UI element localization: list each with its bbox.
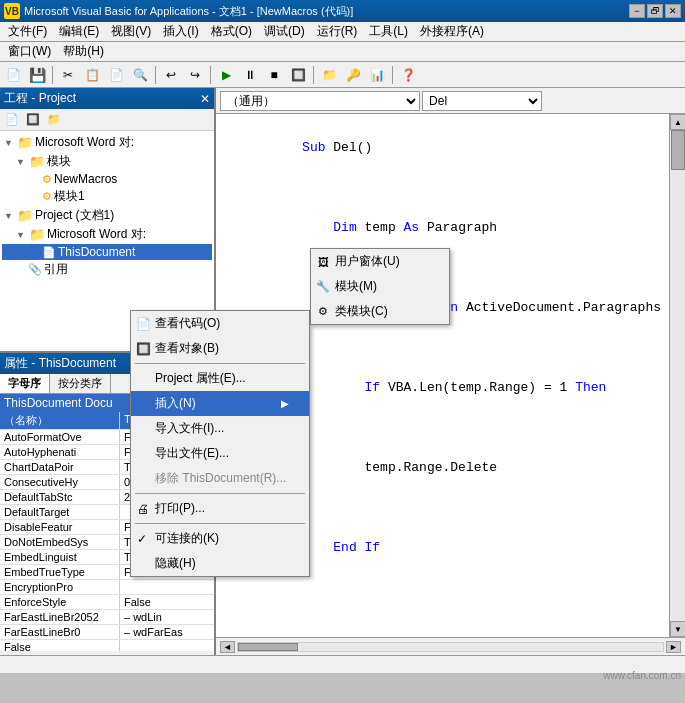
- toolbar-redo[interactable]: ↪: [184, 64, 206, 86]
- project-toolbar: 📄 🔲 📁: [0, 109, 214, 131]
- scrollbar-thumb[interactable]: [671, 130, 685, 170]
- code-status-bar: ◄ ►: [216, 637, 685, 655]
- toolbar-sep4: [313, 66, 314, 84]
- menu-debug[interactable]: 调试(D): [258, 21, 311, 42]
- restore-button[interactable]: 🗗: [647, 4, 663, 18]
- ctx-view-obj-label: 查看对象(B): [155, 340, 219, 357]
- menu-addins[interactable]: 外接程序(A): [414, 21, 490, 42]
- tree-item[interactable]: ▼ 📁 Microsoft Word 对:: [2, 133, 212, 152]
- submenu-module-label: 模块(M): [335, 278, 377, 295]
- tree-item[interactable]: ▼ 📁 模块: [2, 152, 212, 171]
- proc-dropdown[interactable]: Del: [422, 91, 542, 111]
- menu-file[interactable]: 文件(F): [2, 21, 53, 42]
- watermark: www.cfan.com.cn: [603, 670, 681, 681]
- ctx-import[interactable]: 导入文件(I)...: [131, 416, 309, 441]
- ctx-view-obj[interactable]: 🔲 查看对象(B): [131, 336, 309, 361]
- menu-edit[interactable]: 编辑(E): [53, 21, 105, 42]
- scroll-left[interactable]: ◄: [220, 641, 235, 653]
- h-scrollbar-thumb[interactable]: [238, 643, 298, 651]
- toolbar-stop[interactable]: ■: [263, 64, 285, 86]
- props-key: AutoFormatOve: [0, 430, 120, 444]
- minimize-button[interactable]: −: [629, 4, 645, 18]
- toolbar-project[interactable]: 📁: [318, 64, 340, 86]
- ctx-print[interactable]: 🖨 打印(P)...: [131, 496, 309, 521]
- title-bar-controls: − 🗗 ✕: [629, 4, 681, 18]
- props-key: EmbedTrueType: [0, 565, 120, 579]
- props-val: False: [120, 595, 214, 609]
- tree-item-msword[interactable]: ▼ 📁 Microsoft Word 对:: [2, 225, 212, 244]
- props-key: DefaultTarget: [0, 505, 120, 519]
- menu-insert[interactable]: 插入(I): [157, 21, 204, 42]
- project-view-code[interactable]: 📄: [2, 111, 22, 129]
- toolbar-undo[interactable]: ↩: [160, 64, 182, 86]
- tree-item-thisdocument[interactable]: 📄 ThisDocument: [2, 244, 212, 260]
- toolbar-obj-browse[interactable]: 📊: [366, 64, 388, 86]
- toolbar-help[interactable]: ❓: [397, 64, 419, 86]
- close-button[interactable]: ✕: [665, 4, 681, 18]
- code-scrollbar: ▲ ▼: [669, 114, 685, 637]
- props-row[interactable]: False: [0, 640, 214, 651]
- toolbar-sep2: [155, 66, 156, 84]
- title-bar-text: Microsoft Visual Basic for Applications …: [24, 4, 353, 19]
- h-scrollbar-track: [237, 642, 664, 652]
- title-bar-left: VB Microsoft Visual Basic for Applicatio…: [4, 3, 353, 19]
- menu-window[interactable]: 窗口(W): [2, 41, 57, 62]
- toolbar-paste[interactable]: 📄: [105, 64, 127, 86]
- menu-view[interactable]: 视图(V): [105, 21, 157, 42]
- context-dropdown[interactable]: （通用）: [220, 91, 420, 111]
- ctx-insert[interactable]: 插入(N) ▶: [131, 391, 309, 416]
- ctx-project-props[interactable]: Project 属性(E)...: [131, 366, 309, 391]
- submenu-module-icon: 🔧: [315, 279, 331, 295]
- toolbar-find[interactable]: 🔍: [129, 64, 151, 86]
- ctx-sep1: [135, 363, 305, 364]
- tree-item-newmacros[interactable]: ⚙ NewMacros: [2, 171, 212, 187]
- submenu: 🖼 用户窗体(U) 🔧 模块(M) ⚙ 类模块(C): [310, 248, 450, 325]
- project-close[interactable]: ✕: [200, 92, 210, 106]
- tree-item-project[interactable]: ▼ 📁 Project (文档1): [2, 206, 212, 225]
- toolbar-pause[interactable]: ⏸: [239, 64, 261, 86]
- props-key: ChartDataPoir: [0, 460, 120, 474]
- props-row[interactable]: FarEastLineBr2052 – wdLin: [0, 610, 214, 625]
- menu-run[interactable]: 运行(R): [311, 21, 364, 42]
- project-view-obj[interactable]: 🔲: [23, 111, 43, 129]
- props-val: – wdLin: [120, 610, 214, 624]
- props-key: EnforceStyle: [0, 595, 120, 609]
- toolbar-cut[interactable]: ✂: [57, 64, 79, 86]
- props-key: DisableFeatur: [0, 520, 120, 534]
- props-tab-alpha[interactable]: 字母序: [0, 374, 50, 393]
- submenu-classmodule[interactable]: ⚙ 类模块(C): [311, 299, 449, 324]
- props-tab-category[interactable]: 按分类序: [50, 374, 111, 393]
- project-header: 工程 - Project ✕: [0, 88, 214, 109]
- ctx-view-code[interactable]: 📄 查看代码(O): [131, 311, 309, 336]
- ctx-insert-arrow: ▶: [281, 398, 289, 409]
- toolbar-open[interactable]: 💾: [26, 64, 48, 86]
- ctx-dockable[interactable]: ✓ 可连接的(K): [131, 526, 309, 551]
- props-row[interactable]: FarEastLineBr0 – wdFarEas: [0, 625, 214, 640]
- toolbar-props[interactable]: 🔑: [342, 64, 364, 86]
- toolbar-copy[interactable]: 📋: [81, 64, 103, 86]
- menu-help[interactable]: 帮助(H): [57, 41, 110, 62]
- ctx-hide-label: 隐藏(H): [155, 555, 196, 572]
- props-row[interactable]: EncryptionPro: [0, 580, 214, 595]
- submenu-userform[interactable]: 🖼 用户窗体(U): [311, 249, 449, 274]
- scroll-right[interactable]: ►: [666, 641, 681, 653]
- tree-item-ref[interactable]: 📎 引用: [2, 260, 212, 279]
- scrollbar-track: [670, 130, 685, 621]
- props-val: [120, 580, 214, 594]
- menu-format[interactable]: 格式(O): [205, 21, 258, 42]
- props-row[interactable]: EnforceStyle False: [0, 595, 214, 610]
- ctx-hide[interactable]: 隐藏(H): [131, 551, 309, 576]
- tree-item-module1[interactable]: ⚙ 模块1: [2, 187, 212, 206]
- ctx-export[interactable]: 导出文件(E)...: [131, 441, 309, 466]
- toolbar-new[interactable]: 📄: [2, 64, 24, 86]
- project-toggle-folders[interactable]: 📁: [44, 111, 64, 129]
- props-key: FarEastLineBr0: [0, 625, 120, 639]
- scrollbar-up[interactable]: ▲: [670, 114, 685, 130]
- toolbar-design[interactable]: 🔲: [287, 64, 309, 86]
- toolbar-run[interactable]: ▶: [215, 64, 237, 86]
- props-key: EncryptionPro: [0, 580, 120, 594]
- submenu-module[interactable]: 🔧 模块(M): [311, 274, 449, 299]
- menu-tools[interactable]: 工具(L): [363, 21, 414, 42]
- main-layout: 工程 - Project ✕ 📄 🔲 📁 ▼ 📁 Microsoft Word …: [0, 88, 685, 655]
- scrollbar-down[interactable]: ▼: [670, 621, 685, 637]
